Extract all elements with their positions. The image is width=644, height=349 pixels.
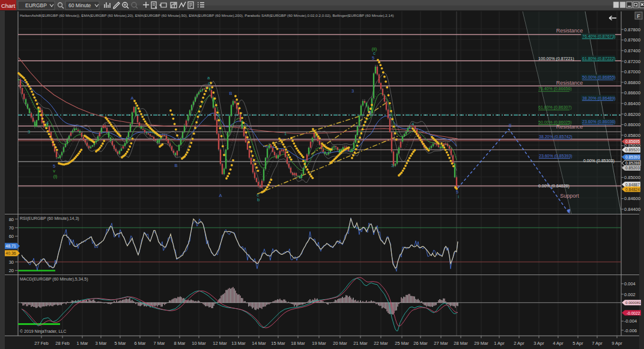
svg-text:(ii): (ii) xyxy=(372,46,377,52)
svg-text:18 Mar: 18 Mar xyxy=(291,341,305,346)
svg-text:14 Mar: 14 Mar xyxy=(252,341,266,346)
svg-text:-0.0022: -0.0022 xyxy=(627,311,640,315)
svg-text:4 Apr: 4 Apr xyxy=(553,341,564,346)
svg-text:38.20% (0.85742): 38.20% (0.85742) xyxy=(539,135,573,139)
svg-text:II: II xyxy=(509,123,512,129)
svg-text:0.84887: 0.84887 xyxy=(625,183,640,187)
svg-text:3: 3 xyxy=(28,129,30,135)
svg-text:0.87200: 0.87200 xyxy=(624,59,640,64)
svg-text:7 Mar: 7 Mar xyxy=(153,341,165,346)
svg-text:100.00% (0.87221): 100.00% (0.87221) xyxy=(538,56,574,61)
svg-text:27 Mar: 27 Mar xyxy=(434,341,448,346)
svg-text:0.00% (0.84828): 0.00% (0.84828) xyxy=(538,184,570,189)
svg-text:0.84600: 0.84600 xyxy=(624,196,640,201)
svg-text:0.87600: 0.87600 xyxy=(624,37,640,43)
svg-text:30: 30 xyxy=(9,259,14,265)
svg-text:22 Mar: 22 Mar xyxy=(374,341,388,346)
svg-text:A: A xyxy=(219,193,222,198)
svg-text:0.85695: 0.85695 xyxy=(625,139,640,144)
svg-text:40.36: 40.36 xyxy=(5,251,16,255)
svg-text:Resistance: Resistance xyxy=(556,28,583,34)
svg-text:0.86600: 0.86600 xyxy=(624,90,640,96)
svg-text:MACD(EURGBP (60 Minute),5,34,5: MACD(EURGBP (60 Minute),5,34,5) xyxy=(20,277,88,282)
svg-text:76.40% (0.86656): 76.40% (0.86656) xyxy=(538,86,572,91)
svg-text:0.87800: 0.87800 xyxy=(624,27,640,32)
svg-text:3: 3 xyxy=(391,163,393,168)
svg-text:Support: Support xyxy=(560,193,579,199)
svg-text:60 Minute: 60 Minute xyxy=(68,2,91,8)
svg-text:EURGBP: EURGBP xyxy=(25,2,47,8)
svg-text:23.60% (0.85393): 23.60% (0.85393) xyxy=(539,154,573,159)
svg-text:0.85288: 0.85288 xyxy=(625,161,640,165)
svg-text:0.86000: 0.86000 xyxy=(624,122,640,127)
svg-text:B: B xyxy=(229,91,232,96)
svg-text:A: A xyxy=(130,96,133,101)
svg-text:0.84400: 0.84400 xyxy=(624,207,640,212)
svg-text:76.40% (0.87673): 76.40% (0.87673) xyxy=(582,34,616,39)
svg-text:3 Apr: 3 Apr xyxy=(533,341,544,346)
svg-text:10 Mar: 10 Mar xyxy=(192,341,206,346)
svg-text:28 Feb: 28 Feb xyxy=(55,341,69,346)
svg-text:Resistance: Resistance xyxy=(556,80,583,86)
svg-text:0.85800: 0.85800 xyxy=(624,133,640,138)
svg-text:1 Mar: 1 Mar xyxy=(76,341,88,346)
svg-text:© 2019 NinjaTrader, LLC: © 2019 NinjaTrader, LLC xyxy=(20,329,66,334)
svg-text:15 Mar: 15 Mar xyxy=(271,341,285,346)
svg-text:38.20% (0.86489): 38.20% (0.86489) xyxy=(582,96,616,101)
svg-text:6 Mar: 6 Mar xyxy=(134,341,146,346)
svg-text:3 Mar: 3 Mar xyxy=(95,341,107,346)
svg-text:0.86400: 0.86400 xyxy=(624,101,640,106)
svg-text:3: 3 xyxy=(351,88,354,94)
svg-text:0.85203: 0.85203 xyxy=(625,166,640,170)
svg-text:b: b xyxy=(257,197,260,202)
svg-text:0.85000: 0.85000 xyxy=(624,175,640,180)
svg-text:Chart: Chart xyxy=(1,2,16,9)
svg-text:0.85520: 0.85520 xyxy=(625,148,640,152)
svg-text:-0.006: -0.006 xyxy=(624,328,637,333)
svg-text:48.71: 48.71 xyxy=(5,244,16,248)
svg-text:80: 80 xyxy=(9,217,14,222)
svg-text:2: 2 xyxy=(299,174,302,180)
svg-text:4: 4 xyxy=(369,110,371,115)
svg-text:0.85393: 0.85393 xyxy=(625,155,640,159)
svg-text:5 Apr: 5 Apr xyxy=(573,341,583,346)
svg-text:23.60% (0.86036): 23.60% (0.86036) xyxy=(582,120,616,124)
svg-text:0.0000817: 0.0000817 xyxy=(625,300,643,305)
svg-text:60: 60 xyxy=(9,234,14,239)
svg-text:19 Mar: 19 Mar xyxy=(312,341,326,346)
svg-text:c: c xyxy=(208,80,210,86)
svg-text:0.87400: 0.87400 xyxy=(624,48,640,53)
svg-text:0.86800: 0.86800 xyxy=(624,80,640,85)
svg-text:29 Mar: 29 Mar xyxy=(474,341,488,346)
svg-text:61.80% (0.86307): 61.80% (0.86307) xyxy=(538,105,572,110)
svg-text:26 Mar: 26 Mar xyxy=(413,341,428,346)
svg-text:0.86200: 0.86200 xyxy=(624,112,640,117)
svg-text:0.87000: 0.87000 xyxy=(624,69,640,74)
svg-text:50.00% (0.86855): 50.00% (0.86855) xyxy=(582,75,616,80)
svg-text:9 Apr: 9 Apr xyxy=(612,341,622,346)
svg-text:20: 20 xyxy=(9,268,14,273)
svg-text:HeikenAshi8(EURGBP (60 Minute): HeikenAshi8(EURGBP (60 Minute)), EMA(EUR… xyxy=(20,13,393,17)
svg-text:F: F xyxy=(637,13,640,19)
svg-text:7 Apr: 7 Apr xyxy=(592,341,603,346)
svg-text:1 Apr: 1 Apr xyxy=(494,341,505,346)
svg-text:2 Apr: 2 Apr xyxy=(514,341,524,346)
svg-text:20 Mar: 20 Mar xyxy=(333,341,347,346)
svg-text:8 Mar: 8 Mar xyxy=(174,341,186,346)
svg-text:(i): (i) xyxy=(53,174,58,179)
svg-text:1: 1 xyxy=(284,131,287,136)
svg-text:B: B xyxy=(174,163,177,168)
svg-text:-0.004: -0.004 xyxy=(624,318,637,324)
svg-text:0.004: 0.004 xyxy=(624,281,636,287)
svg-text:0.00% (0.85303): 0.00% (0.85303) xyxy=(583,159,615,163)
svg-text:21 Mar: 21 Mar xyxy=(353,341,368,346)
svg-text:70: 70 xyxy=(9,225,14,231)
svg-text:25 Mar: 25 Mar xyxy=(395,341,409,346)
svg-text:4: 4 xyxy=(412,121,414,127)
svg-text:27 Feb: 27 Feb xyxy=(34,341,48,346)
svg-text:4: 4 xyxy=(46,120,49,126)
svg-text:5 Mar: 5 Mar xyxy=(114,341,126,346)
svg-text:0.84824: 0.84824 xyxy=(625,187,640,192)
svg-text:RSI(EURGBP (60 Minute),14,3): RSI(EURGBP (60 Minute),14,3) xyxy=(20,216,79,221)
svg-text:0.002: 0.002 xyxy=(624,292,636,297)
